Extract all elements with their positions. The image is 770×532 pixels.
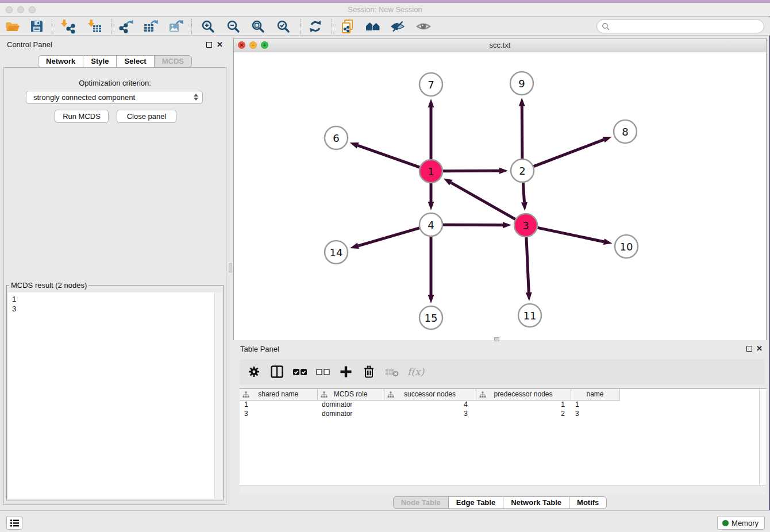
network-view-window: ✕ − + scc.txt 7968124314101511 (233, 38, 767, 340)
close-panel-button[interactable]: Close panel (117, 110, 176, 123)
vertical-splitter-handle[interactable] (229, 263, 232, 272)
delete-table-icon[interactable] (384, 364, 399, 379)
table-vertical-scrollbar[interactable] (759, 388, 766, 485)
gear-icon[interactable] (247, 364, 261, 379)
zoom-in-icon[interactable] (201, 19, 215, 34)
network-canvas[interactable]: 7968124314101511 (234, 53, 766, 340)
mcds-result-group: MCDS result (2 nodes) 1 3 (6, 281, 224, 500)
columns-icon[interactable] (270, 364, 284, 379)
graph-edge-arrowhead (428, 295, 434, 303)
export-network-icon[interactable] (118, 19, 133, 34)
import-network-icon[interactable] (60, 19, 75, 34)
deselect-all-icon[interactable] (315, 364, 330, 379)
window-title: Session: New Session (0, 5, 770, 14)
table-panel-close-button[interactable]: ✕ (756, 345, 763, 352)
network-window-titlebar[interactable]: ✕ − + scc.txt (234, 38, 766, 52)
mcds-result-scrollbar[interactable] (214, 292, 222, 499)
graph-edge-2-9[interactable] (522, 106, 522, 159)
node-table-body: 1dominator4113dominator323 (240, 400, 619, 418)
function-builder-icon[interactable]: f(x) (407, 366, 424, 377)
tab-mcds[interactable]: MCDS (154, 55, 192, 68)
export-table-icon[interactable] (143, 19, 158, 34)
tab-network[interactable]: Network (38, 55, 83, 68)
table-row[interactable]: 3dominator323 (240, 409, 619, 418)
graph-edge-1-6[interactable] (358, 145, 419, 167)
table-horizontal-scrollbar[interactable] (240, 485, 766, 495)
graph-edge-3-11[interactable] (526, 237, 529, 292)
toolbar-separator (332, 19, 332, 34)
tab-edge-table[interactable]: Edge Table (448, 496, 503, 509)
graph-node-label: 1 (428, 165, 434, 178)
table-row[interactable]: 1dominator411 (240, 400, 619, 409)
tab-node-table[interactable]: Node Table (393, 496, 449, 509)
hierarchy-icon (321, 391, 328, 398)
graph-edge-2-3[interactable] (523, 183, 524, 202)
select-all-icon[interactable] (292, 364, 307, 379)
task-history-button[interactable] (6, 516, 22, 530)
save-session-icon[interactable] (29, 19, 44, 34)
graph-edge-arrowhead (350, 142, 359, 148)
tab-select[interactable]: Select (116, 55, 154, 68)
column-header-mcds-role[interactable]: MCDS role (317, 389, 384, 400)
graph-node-label: 6 (333, 132, 339, 144)
graph-node-label: 4 (428, 219, 434, 231)
tab-network-table[interactable]: Network Table (503, 496, 569, 509)
graph-edge-arrowhead (603, 137, 612, 142)
search-input[interactable] (596, 20, 764, 33)
table-toolbar: f(x) (240, 359, 764, 384)
memory-button[interactable]: Memory (717, 516, 765, 530)
column-header-predecessor-nodes[interactable]: predecessor nodes (476, 389, 571, 400)
hierarchy-icon (479, 391, 486, 398)
list-icon (10, 519, 20, 527)
mcds-result-text: 1 3 (12, 294, 16, 314)
tab-style[interactable]: Style (83, 55, 117, 68)
criterion-value: strongly connected component (33, 93, 135, 102)
zoom-selected-icon[interactable] (276, 19, 291, 34)
zoom-fit-icon[interactable] (251, 19, 265, 34)
delete-icon[interactable] (361, 364, 376, 379)
graph-edge-4-14[interactable] (358, 228, 419, 246)
copy-network-icon[interactable] (340, 19, 355, 34)
horizontal-splitter-handle[interactable] (494, 337, 499, 341)
control-panel-float-button[interactable] (206, 42, 212, 48)
graph-node-label: 9 (518, 78, 525, 90)
column-header-shared-name[interactable]: shared name (240, 389, 317, 400)
zoom-out-icon[interactable] (226, 19, 241, 34)
run-mcds-button[interactable]: Run MCDS (55, 110, 109, 123)
memory-label: Memory (732, 519, 759, 527)
table-panel-tabs: Node TableEdge TableNetwork TableMotifs (233, 496, 767, 509)
control-panel-close-button[interactable]: ✕ (217, 41, 223, 48)
graph-edge-arrowhead (521, 202, 528, 211)
graph-node-label: 15 (425, 312, 438, 324)
graph-edge-4-3[interactable] (443, 225, 503, 225)
graph-edge-arrowhead (526, 292, 532, 301)
mcds-result-box: 1 3 (8, 292, 222, 499)
search-icon (602, 22, 610, 30)
criterion-dropdown[interactable]: strongly connected component (26, 91, 203, 104)
search-field (596, 20, 764, 33)
tab-motifs[interactable]: Motifs (569, 496, 607, 509)
show-hidden-icon[interactable] (416, 19, 431, 34)
hide-selected-icon[interactable] (390, 19, 405, 34)
import-table-icon[interactable] (87, 19, 102, 34)
column-header-name[interactable]: name (571, 389, 619, 400)
table-panel-float-button[interactable] (746, 346, 752, 352)
graph-edge-3-10[interactable] (538, 228, 604, 241)
refresh-icon[interactable] (308, 19, 323, 34)
houses-icon[interactable] (365, 19, 380, 34)
graph-edge-arrowhead (603, 238, 613, 245)
dropdown-stepper-icon (194, 94, 198, 101)
add-icon[interactable] (338, 364, 353, 379)
graph-edge-3-1[interactable] (451, 183, 515, 219)
graph-node-label: 7 (428, 79, 434, 91)
graph-edge-arrowhead (428, 99, 434, 107)
toolbar-separator (301, 19, 301, 34)
column-header-successor-nodes[interactable]: successor nodes (384, 389, 476, 400)
graph-node-label: 14 (330, 246, 343, 259)
export-image-icon[interactable] (168, 19, 183, 34)
open-session-icon[interactable] (5, 19, 20, 34)
node-table: shared name MCDS role successor nodes pr… (240, 388, 759, 485)
graph-edge-1-2[interactable] (443, 171, 499, 171)
application-window: Session: New Session (0, 0, 770, 532)
graph-edge-2-8[interactable] (534, 140, 604, 166)
